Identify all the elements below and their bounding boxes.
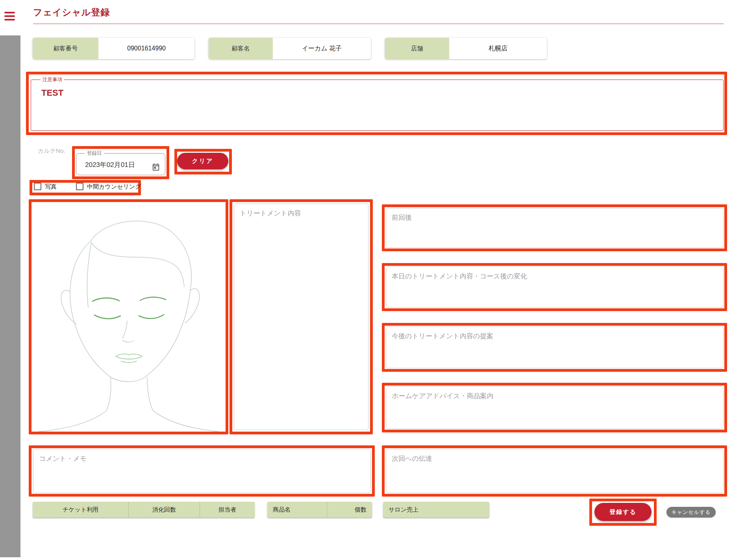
- facial-registration-page: フェイシャル登録 顧客番号 09001614990 顧客名 イーカム 花子 店舗…: [0, 0, 733, 560]
- clear-button[interactable]: クリア: [177, 153, 228, 169]
- face-illustration: [31, 202, 226, 432]
- notes-value: TEST: [41, 88, 718, 98]
- karte-no-label: カルテNo.: [38, 147, 65, 155]
- reg-date-label: 登録日: [85, 150, 104, 157]
- customer-number-value: 09001614990: [98, 38, 194, 59]
- salon-sales-label: サロン売上: [383, 502, 489, 517]
- treatment-content-textarea[interactable]: [234, 204, 368, 430]
- page-title: フェイシャル登録: [33, 6, 110, 19]
- face-diagram[interactable]: [31, 202, 226, 432]
- customer-number-field: 顧客番号 09001614990: [33, 38, 194, 59]
- photo-checkbox-label: 写真: [45, 183, 57, 191]
- future-proposal-textarea[interactable]: [386, 326, 724, 368]
- salon-sales-bar: サロン売上: [383, 502, 489, 517]
- consumed-count-label: 消化回数: [128, 502, 200, 517]
- today-treatment-textarea[interactable]: [386, 267, 724, 308]
- reg-date-field[interactable]: 登録日 2023年02月01日: [76, 150, 165, 175]
- notes-label: 注意事項: [41, 76, 64, 83]
- store-label: 店舗: [385, 38, 449, 59]
- store-value: 札幌店: [449, 38, 547, 59]
- calendar-icon[interactable]: [152, 163, 160, 171]
- reg-date-value: 2023年02月01日: [85, 160, 160, 169]
- submit-button[interactable]: 登録する: [594, 503, 652, 521]
- sidebar: [0, 35, 20, 557]
- previous-session-textarea[interactable]: [386, 208, 724, 248]
- product-summary-bar: 商品名 個数: [267, 502, 372, 517]
- comment-memo-textarea[interactable]: [33, 449, 371, 493]
- homecare-advice-textarea[interactable]: [386, 386, 724, 429]
- ticket-summary-bar: チケット利用 消化回数 担当者: [33, 502, 255, 517]
- store-field: 店舗 札幌店: [385, 38, 547, 59]
- photo-checkbox[interactable]: [34, 183, 41, 190]
- customer-name-value: イーカム 花子: [273, 38, 371, 59]
- product-name-label: 商品名: [267, 502, 327, 517]
- next-visit-message-textarea[interactable]: [386, 449, 724, 493]
- customer-number-label: 顧客番号: [33, 38, 98, 59]
- title-divider: [33, 24, 724, 24]
- interim-counseling-checkbox[interactable]: [76, 183, 83, 190]
- customer-name-label: 顧客名: [209, 38, 273, 59]
- cancel-button[interactable]: キャンセルする: [666, 507, 716, 517]
- interim-counseling-checkbox-label: 中間カウンセリング: [87, 183, 141, 191]
- notes-field[interactable]: 注意事項 TEST: [31, 76, 724, 131]
- menu-icon[interactable]: [4, 12, 15, 22]
- customer-name-field: 顧客名 イーカム 花子: [209, 38, 371, 59]
- staff-label: 担当者: [200, 502, 255, 517]
- ticket-usage-label: チケット利用: [33, 502, 128, 517]
- quantity-label: 個数: [327, 502, 372, 517]
